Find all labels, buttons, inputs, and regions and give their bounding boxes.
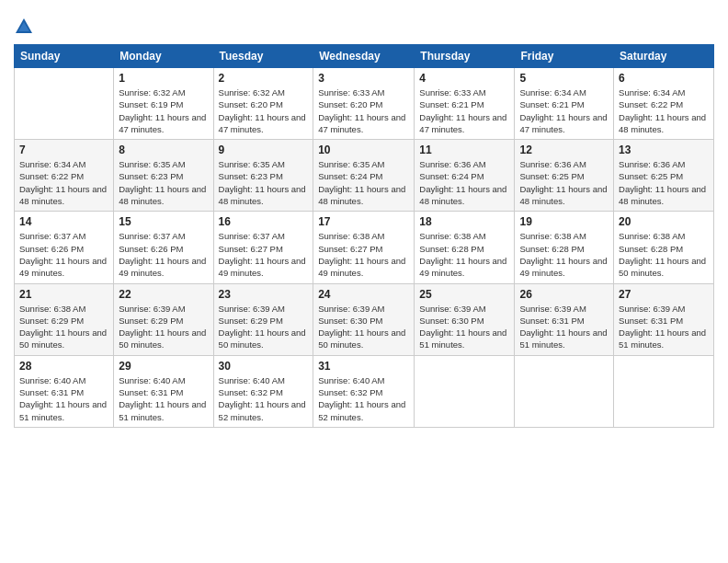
calendar-cell: 18Sunrise: 6:38 AMSunset: 6:28 PMDayligh… bbox=[415, 212, 515, 283]
day-detail: Sunrise: 6:34 AMSunset: 6:21 PMDaylight:… bbox=[519, 86, 609, 135]
calendar-week-row: 1Sunrise: 6:32 AMSunset: 6:19 PMDaylight… bbox=[15, 68, 714, 140]
calendar-cell: 21Sunrise: 6:38 AMSunset: 6:29 PMDayligh… bbox=[15, 283, 114, 355]
day-detail: Sunrise: 6:39 AMSunset: 6:30 PMDaylight:… bbox=[419, 303, 509, 351]
calendar-cell: 26Sunrise: 6:39 AMSunset: 6:31 PMDayligh… bbox=[515, 283, 614, 355]
calendar-cell: 16Sunrise: 6:37 AMSunset: 6:27 PMDayligh… bbox=[213, 212, 313, 283]
day-number: 30 bbox=[219, 360, 309, 373]
day-number: 26 bbox=[519, 288, 609, 301]
calendar-week-row: 28Sunrise: 6:40 AMSunset: 6:31 PMDayligh… bbox=[15, 355, 714, 427]
calendar-cell: 27Sunrise: 6:39 AMSunset: 6:31 PMDayligh… bbox=[614, 283, 714, 355]
day-detail: Sunrise: 6:39 AMSunset: 6:31 PMDaylight:… bbox=[619, 303, 709, 351]
day-detail: Sunrise: 6:37 AMSunset: 6:26 PMDaylight:… bbox=[19, 230, 108, 279]
day-number: 28 bbox=[19, 360, 108, 373]
day-number: 20 bbox=[619, 215, 709, 228]
page: SundayMondayTuesdayWednesdayThursdayFrid… bbox=[0, 0, 728, 563]
day-detail: Sunrise: 6:39 AMSunset: 6:30 PMDaylight:… bbox=[318, 303, 409, 351]
day-number: 3 bbox=[318, 72, 409, 85]
day-detail: Sunrise: 6:36 AMSunset: 6:24 PMDaylight:… bbox=[419, 158, 509, 207]
day-detail: Sunrise: 6:39 AMSunset: 6:29 PMDaylight:… bbox=[119, 303, 208, 351]
day-detail: Sunrise: 6:40 AMSunset: 6:32 PMDaylight:… bbox=[219, 374, 309, 423]
day-number: 25 bbox=[419, 288, 509, 301]
day-number: 21 bbox=[19, 288, 108, 301]
calendar-cell: 19Sunrise: 6:38 AMSunset: 6:28 PMDayligh… bbox=[515, 212, 614, 283]
calendar-cell: 28Sunrise: 6:40 AMSunset: 6:31 PMDayligh… bbox=[15, 355, 114, 427]
calendar-cell: 4Sunrise: 6:33 AMSunset: 6:21 PMDaylight… bbox=[415, 68, 515, 140]
calendar-cell: 3Sunrise: 6:33 AMSunset: 6:20 PMDaylight… bbox=[313, 68, 415, 140]
calendar-week-row: 14Sunrise: 6:37 AMSunset: 6:26 PMDayligh… bbox=[15, 212, 714, 283]
day-number: 4 bbox=[419, 72, 509, 85]
day-number: 7 bbox=[19, 144, 108, 156]
calendar-week-row: 7Sunrise: 6:34 AMSunset: 6:22 PMDaylight… bbox=[15, 140, 714, 212]
calendar-cell: 7Sunrise: 6:34 AMSunset: 6:22 PMDaylight… bbox=[15, 140, 114, 212]
calendar-cell: 15Sunrise: 6:37 AMSunset: 6:26 PMDayligh… bbox=[114, 212, 213, 283]
day-number: 19 bbox=[519, 215, 609, 228]
day-number: 27 bbox=[619, 288, 709, 301]
day-number: 23 bbox=[219, 288, 309, 301]
day-detail: Sunrise: 6:39 AMSunset: 6:31 PMDaylight:… bbox=[519, 303, 609, 351]
calendar-cell: 25Sunrise: 6:39 AMSunset: 6:30 PMDayligh… bbox=[415, 283, 515, 355]
day-number: 14 bbox=[19, 215, 108, 228]
day-detail: Sunrise: 6:35 AMSunset: 6:24 PMDaylight:… bbox=[318, 158, 409, 207]
day-detail: Sunrise: 6:40 AMSunset: 6:31 PMDaylight:… bbox=[19, 374, 108, 423]
calendar-cell: 5Sunrise: 6:34 AMSunset: 6:21 PMDaylight… bbox=[515, 68, 614, 140]
day-detail: Sunrise: 6:33 AMSunset: 6:21 PMDaylight:… bbox=[419, 86, 509, 135]
day-number: 6 bbox=[619, 72, 709, 85]
header bbox=[14, 9, 714, 37]
calendar-cell: 31Sunrise: 6:40 AMSunset: 6:32 PMDayligh… bbox=[313, 355, 415, 427]
calendar-cell: 11Sunrise: 6:36 AMSunset: 6:24 PMDayligh… bbox=[415, 140, 515, 212]
calendar-cell: 12Sunrise: 6:36 AMSunset: 6:25 PMDayligh… bbox=[515, 140, 614, 212]
day-detail: Sunrise: 6:38 AMSunset: 6:29 PMDaylight:… bbox=[19, 303, 108, 351]
calendar-cell: 22Sunrise: 6:39 AMSunset: 6:29 PMDayligh… bbox=[114, 283, 213, 355]
day-number: 31 bbox=[318, 360, 409, 373]
calendar-cell: 9Sunrise: 6:35 AMSunset: 6:23 PMDaylight… bbox=[213, 140, 313, 212]
day-number: 10 bbox=[318, 144, 409, 156]
day-detail: Sunrise: 6:33 AMSunset: 6:20 PMDaylight:… bbox=[318, 86, 409, 135]
calendar-header-row: SundayMondayTuesdayWednesdayThursdayFrid… bbox=[15, 45, 714, 68]
calendar-cell: 17Sunrise: 6:38 AMSunset: 6:27 PMDayligh… bbox=[313, 212, 415, 283]
day-detail: Sunrise: 6:40 AMSunset: 6:32 PMDaylight:… bbox=[318, 374, 409, 423]
day-number: 1 bbox=[119, 72, 208, 85]
day-detail: Sunrise: 6:38 AMSunset: 6:28 PMDaylight:… bbox=[619, 230, 709, 279]
day-detail: Sunrise: 6:36 AMSunset: 6:25 PMDaylight:… bbox=[619, 158, 709, 207]
day-number: 15 bbox=[119, 215, 208, 228]
calendar-col-thursday: Thursday bbox=[415, 45, 515, 68]
day-detail: Sunrise: 6:34 AMSunset: 6:22 PMDaylight:… bbox=[619, 86, 709, 135]
day-detail: Sunrise: 6:32 AMSunset: 6:20 PMDaylight:… bbox=[219, 86, 309, 135]
calendar-cell bbox=[614, 355, 714, 427]
calendar-cell: 14Sunrise: 6:37 AMSunset: 6:26 PMDayligh… bbox=[15, 212, 114, 283]
logo-icon bbox=[14, 17, 34, 37]
calendar-cell: 8Sunrise: 6:35 AMSunset: 6:23 PMDaylight… bbox=[114, 140, 213, 212]
day-detail: Sunrise: 6:40 AMSunset: 6:31 PMDaylight:… bbox=[119, 374, 208, 423]
day-detail: Sunrise: 6:38 AMSunset: 6:27 PMDaylight:… bbox=[318, 230, 409, 279]
calendar-cell: 2Sunrise: 6:32 AMSunset: 6:20 PMDaylight… bbox=[213, 68, 313, 140]
day-detail: Sunrise: 6:35 AMSunset: 6:23 PMDaylight:… bbox=[119, 158, 208, 207]
calendar-cell: 24Sunrise: 6:39 AMSunset: 6:30 PMDayligh… bbox=[313, 283, 415, 355]
day-detail: Sunrise: 6:32 AMSunset: 6:19 PMDaylight:… bbox=[119, 86, 208, 135]
calendar-cell: 29Sunrise: 6:40 AMSunset: 6:31 PMDayligh… bbox=[114, 355, 213, 427]
calendar-cell: 10Sunrise: 6:35 AMSunset: 6:24 PMDayligh… bbox=[313, 140, 415, 212]
day-detail: Sunrise: 6:36 AMSunset: 6:25 PMDaylight:… bbox=[519, 158, 609, 207]
day-number: 12 bbox=[519, 144, 609, 156]
day-number: 24 bbox=[318, 288, 409, 301]
calendar-cell: 20Sunrise: 6:38 AMSunset: 6:28 PMDayligh… bbox=[614, 212, 714, 283]
day-number: 5 bbox=[519, 72, 609, 85]
day-number: 2 bbox=[219, 72, 309, 85]
day-detail: Sunrise: 6:35 AMSunset: 6:23 PMDaylight:… bbox=[219, 158, 309, 207]
logo bbox=[14, 17, 37, 37]
day-detail: Sunrise: 6:34 AMSunset: 6:22 PMDaylight:… bbox=[19, 158, 108, 207]
calendar-cell: 13Sunrise: 6:36 AMSunset: 6:25 PMDayligh… bbox=[614, 140, 714, 212]
calendar-col-monday: Monday bbox=[114, 45, 213, 68]
day-number: 17 bbox=[318, 215, 409, 228]
day-detail: Sunrise: 6:38 AMSunset: 6:28 PMDaylight:… bbox=[419, 230, 509, 279]
day-number: 29 bbox=[119, 360, 208, 373]
day-detail: Sunrise: 6:38 AMSunset: 6:28 PMDaylight:… bbox=[519, 230, 609, 279]
calendar-cell: 30Sunrise: 6:40 AMSunset: 6:32 PMDayligh… bbox=[213, 355, 313, 427]
calendar-cell bbox=[515, 355, 614, 427]
calendar-col-wednesday: Wednesday bbox=[313, 45, 415, 68]
calendar-col-friday: Friday bbox=[515, 45, 614, 68]
calendar-col-saturday: Saturday bbox=[614, 45, 714, 68]
calendar-col-sunday: Sunday bbox=[15, 45, 114, 68]
day-number: 16 bbox=[219, 215, 309, 228]
day-number: 22 bbox=[119, 288, 208, 301]
day-number: 9 bbox=[219, 144, 309, 156]
